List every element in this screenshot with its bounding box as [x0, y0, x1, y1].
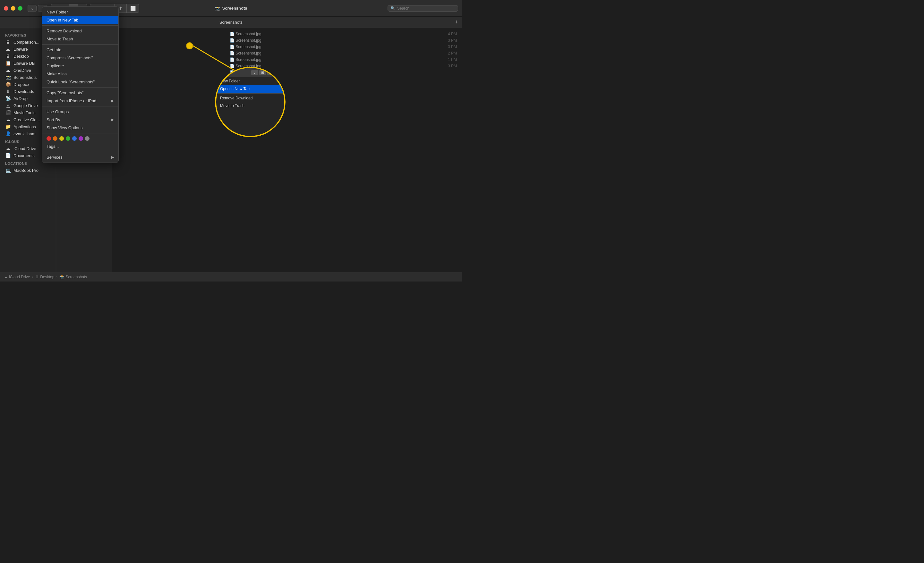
close-button[interactable]: [4, 6, 8, 10]
documents-icon: 📄: [5, 153, 11, 158]
menu-sort-by-label: Sort By: [46, 117, 60, 122]
list-item: 📄 Screenshot.jpg3 PM: [227, 43, 459, 50]
search-input[interactable]: [397, 6, 455, 10]
zoom-chevron: ⌄: [251, 70, 258, 75]
menu-tags-more[interactable]: Tags...: [42, 142, 118, 150]
breadcrumb-icloud[interactable]: ☁ iCloud Drive: [4, 275, 30, 279]
menu-make-alias-label: Make Alias: [46, 72, 67, 76]
sidebar-label-lifewire: Lifewire: [14, 47, 28, 52]
menu-remove-download[interactable]: Remove Download: [42, 27, 118, 35]
menu-copy[interactable]: Copy "Screenshots": [42, 89, 118, 97]
desktop-breadcrumb-label: Desktop: [40, 275, 54, 279]
sidebar-label-dropbox: Dropbox: [14, 82, 29, 87]
sidebar-label-onedrive: OneDrive: [14, 68, 31, 73]
icloud-icon: ☁: [5, 146, 11, 151]
sidebar-label-downloads: Downloads: [14, 89, 34, 94]
menu-tags-more-label: Tags...: [46, 144, 59, 149]
tag-gray[interactable]: [85, 136, 90, 141]
tag-red[interactable]: [46, 136, 51, 141]
menu-import-label: Import from iPhone or iPad: [46, 99, 96, 103]
onedrive-icon: ☁: [5, 67, 11, 73]
menu-new-folder-label: New Folder: [46, 10, 68, 14]
airdrop-icon: 📡: [5, 96, 11, 101]
tag-green[interactable]: [66, 136, 70, 141]
sidebar-label-user: evankillham: [14, 132, 36, 136]
screenshots-icon: 📸: [5, 75, 11, 80]
sidebar-label-macbookpro: MacBook Pro: [14, 168, 39, 173]
sort-by-arrow-icon: ▶: [111, 118, 114, 122]
desktop-breadcrumb-icon: 🖥: [35, 275, 39, 279]
tag-purple[interactable]: [79, 136, 83, 141]
menu-duplicate-label: Duplicate: [46, 63, 64, 68]
list-item: 📄 Screenshot.jpg3 PM: [227, 37, 459, 43]
window-title: 📸 Screenshots: [214, 6, 247, 11]
sidebar-label-movietools: Movie Tools: [14, 110, 35, 115]
gdrive-icon: △: [5, 103, 11, 108]
list-item: 📄 Screenshot.jpg1 PM: [227, 57, 459, 63]
menu-compress-label: Compress "Screenshots": [46, 55, 93, 60]
zoom-overlay: ⌄ ⊞ ▾ ✕ New Folder Open in New Tab Remov…: [215, 67, 285, 137]
applications-icon: 📁: [5, 124, 11, 129]
sidebar-label-desktop: Desktop: [14, 54, 29, 59]
context-menu: New Folder Open in New Tab Remove Downlo…: [42, 6, 119, 163]
menu-compress[interactable]: Compress "Screenshots": [42, 54, 118, 62]
separator-4: [42, 106, 118, 106]
zoom-open-tab: Open in New Tab: [216, 85, 284, 93]
tag-orange[interactable]: [53, 136, 57, 141]
content-area: 📄 Screenshot.jpg4 PM 📄 Screenshot.jpg3 P…: [112, 28, 462, 272]
traffic-lights: [4, 6, 22, 10]
menu-use-groups-label: Use Groups: [46, 109, 69, 114]
menu-sort-by[interactable]: Sort By ▶: [42, 116, 118, 124]
list-item: 📄 Screenshot.jpg2 PM: [227, 50, 459, 57]
breadcrumb-sep-1: ›: [32, 275, 33, 279]
back-button[interactable]: ‹: [28, 5, 37, 12]
sidebar-label-screenshots: Screenshots: [14, 75, 37, 80]
services-arrow-icon: ▶: [111, 155, 114, 159]
tag-yellow[interactable]: [59, 136, 64, 141]
minimize-button[interactable]: [11, 6, 15, 10]
import-arrow-icon: ▶: [111, 99, 114, 103]
search-icon: 🔍: [390, 6, 395, 10]
menu-tags: [42, 135, 118, 142]
list-item: 📄 Screenshot.jpg4 PM: [227, 31, 459, 37]
tag-blue[interactable]: [72, 136, 76, 141]
menu-duplicate[interactable]: Duplicate: [42, 62, 118, 70]
menu-quick-look-label: Quick Look "Screenshots": [46, 79, 94, 84]
dropbox-icon: 📦: [5, 82, 11, 87]
menu-use-groups[interactable]: Use Groups: [42, 108, 118, 116]
menu-get-info-label: Get Info: [46, 48, 61, 52]
menu-import[interactable]: Import from iPhone or iPad ▶: [42, 97, 118, 105]
menu-services[interactable]: Services ▶: [42, 153, 118, 161]
sidebar-label-comparison: Comparison...: [14, 40, 39, 45]
breadcrumb-sep-2: ›: [56, 275, 57, 279]
laptop-icon: 💻: [5, 168, 11, 173]
breadcrumb-desktop[interactable]: 🖥 Desktop: [35, 275, 54, 279]
more-button[interactable]: ⬜: [127, 4, 139, 12]
sidebar-label-airdrop: AirDrop: [14, 96, 28, 101]
desktop-icon: 🖥: [5, 54, 11, 59]
sidebar-label-creative: Creative Clo...: [14, 117, 40, 122]
menu-move-trash[interactable]: Move to Trash: [42, 35, 118, 43]
monitor-icon: 🖥: [5, 39, 11, 45]
menu-get-info[interactable]: Get Info: [42, 46, 118, 54]
menu-show-view-options[interactable]: Show View Options: [42, 124, 118, 132]
icloud-breadcrumb-label: iCloud Drive: [9, 275, 30, 279]
db-icon: 📋: [5, 61, 11, 66]
sidebar-label-icloud-drive: iCloud Drive: [14, 146, 36, 151]
maximize-button[interactable]: [18, 6, 22, 10]
zoom-remove-download: Remove Download: [216, 94, 284, 102]
list-item: 📄 Screenshot.jpg3 PM: [227, 63, 459, 69]
screenshots-breadcrumb-label: Screenshots: [66, 275, 87, 279]
downloads-icon: ⬇: [5, 89, 11, 94]
folder-icon: 📸: [214, 6, 220, 11]
menu-make-alias[interactable]: Make Alias: [42, 70, 118, 78]
sidebar-item-macbookpro[interactable]: 💻 MacBook Pro: [1, 167, 54, 174]
zoom-sep: [216, 93, 284, 94]
yellow-dot-indicator: [186, 42, 193, 49]
menu-quick-look[interactable]: Quick Look "Screenshots": [42, 78, 118, 86]
menu-open-new-tab[interactable]: Open in New Tab: [42, 16, 118, 24]
breadcrumb-screenshots[interactable]: 📸 Screenshots: [59, 275, 87, 279]
new-tab-button[interactable]: +: [454, 19, 458, 25]
search-bar[interactable]: 🔍: [388, 5, 458, 12]
menu-new-folder[interactable]: New Folder: [42, 8, 118, 16]
